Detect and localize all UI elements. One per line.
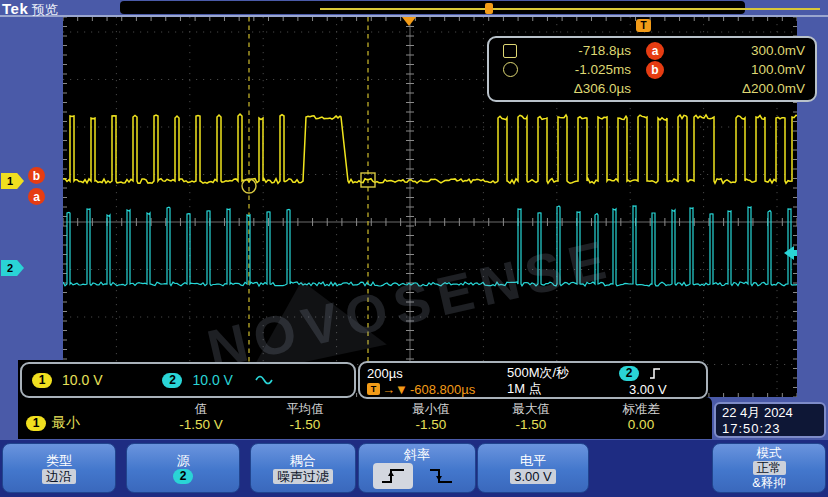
menu-coupling-button[interactable]: 耦合 噪声过滤 [250, 443, 356, 493]
measurement-panel: 值 平均值 最小值 最大值 标准差 -1.50 V -1.50 -1.50 -1… [18, 397, 712, 439]
cursor-delta-value: Δ200.0mV [679, 81, 805, 96]
meas-header-max: 最大值 [476, 401, 586, 418]
cursor-row-a: -718.8µs a 300.0mV [503, 41, 805, 60]
timebase-scale: 200µs [367, 366, 507, 381]
menu-mode-title: 模式 [757, 446, 782, 460]
meas-max: -1.50 [476, 417, 586, 432]
trigger-level-readout: 3.00 V [629, 382, 667, 397]
meas-min: -1.50 [376, 417, 486, 432]
menu-source-button[interactable]: 源 2 [126, 443, 240, 493]
menu-slope-button[interactable]: 斜率 [358, 443, 476, 493]
cursor-readout-box: -718.8µs a 300.0mV -1.025ms b 100.0mV Δ3… [487, 36, 817, 102]
menu-coupling-title: 耦合 [290, 453, 316, 468]
cursor-delta-time: Δ306.0µs [529, 81, 631, 96]
cursor-b-badge-icon: b [646, 61, 664, 79]
cursor-b-value: 100.0mV [679, 62, 805, 77]
brand-logo: Tek [2, 0, 28, 17]
cursor-a-time: -718.8µs [529, 43, 631, 58]
title-bar: Tek 预览 [0, 0, 828, 15]
menu-mode-button[interactable]: 模式 正常 &释抑 [712, 443, 826, 493]
menu-source-badge: 2 [173, 469, 193, 484]
ch2-coupling-icon [255, 374, 273, 386]
meas-channel-badge: 1 [26, 416, 46, 431]
titlebar-divider [0, 15, 828, 17]
ch2-scale: 10.0 V [192, 372, 232, 388]
menu-mode-value2: &释抑 [752, 476, 785, 490]
meas-name: 最小 [52, 414, 80, 432]
expansion-point-icon [402, 17, 416, 26]
cursor-b-time: -1.025ms [529, 62, 631, 77]
trigger-position-icon[interactable]: T [636, 19, 651, 32]
cursor-row-b: -1.025ms b 100.0mV [503, 60, 805, 79]
meas-mean: -1.50 [250, 417, 360, 432]
trigger-source-badge: 2 [619, 366, 639, 381]
record-waveform-line [320, 8, 820, 10]
cursor-a-badge-icon: a [646, 42, 664, 60]
menu-level-button[interactable]: 电平 3.00 V [477, 443, 589, 493]
menu-level-title: 电平 [520, 453, 546, 468]
meas-value: -1.50 V [146, 417, 256, 432]
cursor-a-value: 300.0mV [679, 43, 805, 58]
horizontal-delay: -608.800µs [410, 382, 475, 397]
meas-header-min: 最小值 [376, 401, 486, 418]
menu-slope-title: 斜率 [404, 447, 430, 462]
menu-type-value: 边沿 [42, 469, 76, 484]
time-text: 17:50:23 [722, 421, 818, 437]
meas-stddev: 0.00 [586, 417, 696, 432]
falling-edge-icon[interactable] [421, 463, 461, 489]
square-cursor-icon [503, 44, 529, 58]
ch1-badge[interactable]: 1 [32, 373, 52, 388]
softkey-menu: 类型 边沿 源 2 耦合 噪声过滤 斜率 电平 3.00 V 模式 正常 &释抑 [0, 440, 828, 497]
channel-readout-box: 1 10.0 V 2 10.0 V [20, 362, 356, 398]
menu-type-button[interactable]: 类型 边沿 [2, 443, 116, 493]
measurement-label: 1 最小 [26, 414, 80, 432]
meas-header-mean: 平均值 [250, 401, 360, 418]
meas-header-stddev: 标准差 [586, 401, 696, 418]
timebase-trigger-box: 200µs 500M次/秒 2 T →▼ -608.800µs 1M 点 3.0… [358, 361, 708, 399]
rising-edge-icon[interactable] [373, 463, 413, 489]
ch2-badge[interactable]: 2 [162, 373, 182, 388]
menu-type-title: 类型 [46, 453, 72, 468]
datetime-box: 22 4月 2024 17:50:23 [714, 402, 826, 438]
trigger-icon-small: T [367, 383, 380, 395]
menu-mode-value: 正常 [753, 461, 786, 475]
circle-cursor-icon [503, 62, 529, 77]
acquisition-status: 预览 [32, 1, 58, 19]
menu-source-title: 源 [177, 453, 190, 468]
record-length: 1M 点 [507, 380, 615, 398]
meas-header-value: 值 [146, 401, 256, 418]
cursor-row-delta: Δ306.0µs Δ200.0mV [503, 79, 805, 98]
menu-level-value: 3.00 V [510, 469, 556, 484]
cursor-a-badge[interactable]: a [28, 188, 45, 205]
cursor-b-badge[interactable]: b [28, 167, 45, 184]
menu-coupling-value: 噪声过滤 [273, 469, 333, 484]
record-view-bar [120, 1, 745, 14]
ch1-scale: 10.0 V [62, 372, 102, 388]
trigger-slope-icon [649, 367, 661, 380]
date-text: 22 4月 2024 [722, 405, 818, 421]
delay-arrow-icon: →▼ [382, 382, 408, 397]
record-window-marker[interactable] [485, 3, 493, 14]
